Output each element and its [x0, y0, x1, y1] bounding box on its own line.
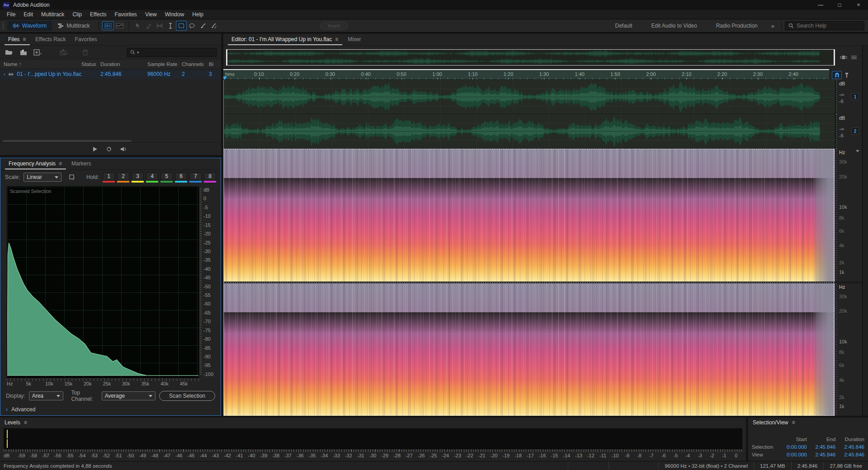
menu-window[interactable]: Window [161, 10, 189, 19]
level-meter[interactable] [4, 428, 742, 449]
hold-button-4[interactable]: 4 [146, 172, 158, 183]
hold-button-1[interactable]: 1 [103, 172, 115, 183]
spectral-view-toggle[interactable] [114, 21, 126, 30]
selection-start-value[interactable]: 0:00.000 [778, 444, 807, 450]
tab-frequency-analysis[interactable]: Frequency Analysis ≡ [5, 158, 66, 169]
auto-play-speaker-icon[interactable] [120, 146, 127, 152]
panel-menu-icon[interactable]: ≡ [59, 160, 62, 167]
hold-button-8[interactable]: 8 [204, 172, 216, 183]
hold-button-7[interactable]: 7 [189, 172, 202, 183]
tab-mixer[interactable]: Mixer [344, 34, 364, 45]
workspace-overflow-button[interactable]: » [771, 23, 774, 29]
maximize-button[interactable]: □ [830, 0, 849, 10]
spectral-channel-1[interactable]: Hz30k20k10k8k6k4k2k1k [223, 149, 862, 282]
import-file-icon[interactable] [19, 48, 28, 56]
tab-effects-rack[interactable]: Effects Rack [32, 34, 69, 45]
new-file-icon[interactable] [33, 48, 42, 56]
expander-icon[interactable]: › [4, 72, 5, 77]
snapping-magnet-icon[interactable] [832, 71, 842, 79]
tab-favorites[interactable]: Favorites [71, 34, 101, 45]
panel-menu-icon[interactable]: ≡ [335, 36, 339, 42]
timeline-ruler[interactable]: hms 0:100:200:300:400:501:001:101:201:30… [223, 70, 829, 80]
panel-menu-icon[interactable]: ≡ [24, 419, 28, 426]
selection-end-value[interactable]: 2:45.846 [807, 444, 836, 450]
tab-markers[interactable]: Markers [68, 158, 94, 169]
display-dropdown[interactable]: Area [29, 391, 63, 400]
spectral-channel-2[interactable]: Hz30k20k10k8k6k4k2k1k [223, 283, 862, 416]
menu-help[interactable]: Help [188, 10, 208, 19]
slip-tool[interactable] [154, 21, 165, 31]
tab-files[interactable]: Files ≡ [5, 34, 30, 45]
time-selection-tool[interactable] [165, 21, 176, 31]
tab-editor[interactable]: Editor: 01 - I'm All Wrapped Up in You.f… [228, 34, 342, 45]
waveform-channel-1[interactable]: dB-∞-61 [223, 80, 862, 114]
menu-clip[interactable]: Clip [68, 10, 86, 19]
column-header-name[interactable]: Name ↑ [0, 61, 81, 67]
editor-vertical-scrollbar[interactable] [862, 46, 868, 416]
levels-tick-label: -36 [294, 453, 306, 458]
spot-healing-brush-tool[interactable] [208, 21, 219, 31]
waveform-view-toggle[interactable] [102, 21, 114, 30]
waveform-channel-2[interactable]: dB-∞-62 [223, 114, 862, 149]
search-help-box[interactable] [785, 21, 864, 30]
hold-button-5[interactable]: 5 [160, 172, 173, 183]
hold-button-6[interactable]: 6 [175, 172, 187, 183]
menu-file[interactable]: File [3, 10, 19, 19]
loop-playback-icon[interactable] [106, 146, 112, 152]
hold-button-3[interactable]: 3 [132, 172, 144, 183]
advanced-expander-icon[interactable]: › [6, 406, 8, 413]
scale-dropdown[interactable]: Linear [24, 173, 61, 182]
hold-button-2[interactable]: 2 [117, 172, 129, 183]
scale-menu-caret-icon[interactable] [856, 150, 859, 152]
marquee-selection-tool[interactable] [176, 21, 187, 31]
overview-wave-ch2 [226, 57, 835, 65]
playhead-marker[interactable] [223, 76, 227, 80]
workspace-default[interactable]: Default [615, 23, 632, 29]
menu-view[interactable]: View [141, 10, 161, 19]
frequency-graph[interactable]: Scanned Selection [7, 186, 199, 378]
overview-settings-icon[interactable] [851, 55, 857, 60]
waveform-overview[interactable] [226, 49, 835, 66]
channel-button-2[interactable]: 2 [851, 127, 859, 135]
zoom-range-icon[interactable] [840, 55, 847, 60]
menu-edit[interactable]: Edit [19, 10, 37, 19]
selection-duration-value[interactable]: 2:45.846 [835, 444, 864, 450]
search-help-input[interactable] [797, 23, 851, 29]
column-header-status[interactable]: Status [81, 61, 100, 67]
view-duration-value[interactable]: 2:45.846 [835, 452, 864, 457]
wave-scale-rail-ch2: dB-∞-62 [835, 114, 862, 149]
view-end-value[interactable]: 2:45.846 [807, 452, 836, 457]
menu-effects[interactable]: Effects [86, 10, 110, 19]
marker-pin-icon[interactable] [844, 72, 849, 78]
lasso-selection-tool[interactable] [187, 21, 198, 31]
view-start-value[interactable]: 0:00.000 [778, 452, 807, 457]
files-search-box[interactable]: ▾ [127, 48, 217, 57]
multitrack-mode-button[interactable]: Multitrack [52, 21, 95, 31]
close-button[interactable]: × [849, 0, 868, 10]
column-header-sample-rate[interactable]: Sample Rate [147, 61, 182, 67]
paintbrush-selection-tool[interactable] [198, 21, 208, 31]
channel-button-1[interactable]: 1 [851, 93, 859, 100]
file-row[interactable]: › 01 - I'...pped Up in You.flac 2:45.846… [0, 69, 221, 79]
open-file-icon[interactable] [5, 48, 14, 56]
top-channel-dropdown[interactable]: Average [102, 391, 156, 400]
menu-multitrack[interactable]: Multitrack [37, 10, 68, 19]
menu-favorites[interactable]: Favorites [111, 10, 141, 19]
copy-graph-icon[interactable] [69, 174, 75, 180]
waveform-mode-button[interactable]: Waveform [7, 21, 52, 31]
panel-menu-icon[interactable]: ≡ [792, 419, 796, 426]
play-icon[interactable] [93, 146, 98, 152]
move-tool[interactable] [132, 21, 143, 31]
column-header-duration[interactable]: Duration [100, 61, 147, 67]
column-header-channels[interactable]: Channels [182, 61, 209, 67]
scan-selection-button[interactable]: Scan Selection [159, 391, 215, 401]
workspace-edit-audio-to-video[interactable]: Edit Audio to Video [651, 23, 697, 29]
razor-tool[interactable] [143, 21, 154, 31]
invert-button[interactable]: Invert [320, 22, 348, 30]
workspace-radio-production[interactable]: Radio Production [716, 23, 758, 29]
column-header-bi[interactable]: Bi [209, 61, 221, 67]
minimize-button[interactable]: — [811, 0, 830, 10]
files-horizontal-scrollbar[interactable] [2, 139, 219, 142]
panel-menu-icon[interactable]: ≡ [23, 36, 26, 42]
toolbar-grip[interactable] [2, 22, 5, 30]
